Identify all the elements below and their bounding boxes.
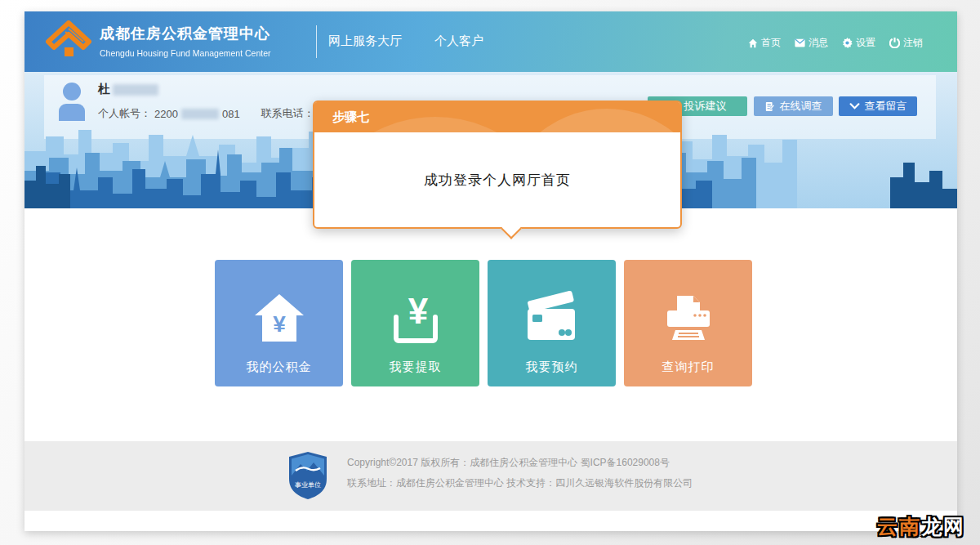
institution-badge-icon: 事业单位 <box>287 451 328 500</box>
badge-label: 事业单位 <box>295 481 321 489</box>
card-query-print-label: 查询打印 <box>662 360 715 375</box>
footer-bottom-strip <box>24 511 957 531</box>
footer-copyright: Copyright©2017 版权所有：成都住房公积金管理中心 蜀ICP备160… <box>347 453 693 473</box>
main-content: ¥ 我的公积金 ¥ 我要提取 <box>24 208 957 441</box>
utility-messages-label: 消息 <box>808 36 828 50</box>
online-survey-button[interactable]: 在线调查 <box>754 96 833 116</box>
step-tooltip-header: 步骤七 <box>314 102 680 132</box>
account-suffix: 081 <box>222 108 240 120</box>
user-name-visible: 杜 <box>98 82 110 97</box>
site-subtitle: Chengdu Housing Fund Management Center <box>100 48 271 58</box>
utility-home[interactable]: 首页 <box>748 36 781 50</box>
view-messages-label: 查看留言 <box>865 99 907 114</box>
watermark-part2: 龙网 <box>921 515 965 538</box>
printer-icon <box>659 289 718 348</box>
top-header: 成都住房公积金管理中心 Chengdu Housing Fund Managem… <box>24 11 957 72</box>
svg-text:¥: ¥ <box>408 291 428 331</box>
utility-logout-label: 注销 <box>903 36 923 50</box>
card-appointment-label: 我要预约 <box>526 360 578 375</box>
home-icon <box>748 38 758 48</box>
house-yen-icon: ¥ <box>250 289 309 348</box>
redacted-account <box>181 109 219 119</box>
chevron-down-icon <box>849 103 860 109</box>
site-title: 成都住房公积金管理中心 <box>100 24 271 43</box>
card-my-fund[interactable]: ¥ 我的公积金 <box>215 260 343 386</box>
utility-logout[interactable]: 注销 <box>889 36 923 50</box>
page-footer: 事业单位 Copyright©2017 版权所有：成都住房公积金管理中心 蜀IC… <box>24 441 957 511</box>
card-my-fund-label: 我的公积金 <box>247 360 312 375</box>
complaint-suggestion-label: 投诉建议 <box>684 99 727 114</box>
step-message: 成功登录个人网厅首页 <box>424 171 571 190</box>
footer-text: Copyright©2017 版权所有：成都住房公积金管理中心 蜀ICP备160… <box>347 453 693 494</box>
svg-text:¥: ¥ <box>273 311 286 337</box>
utility-messages[interactable]: 消息 <box>795 36 828 50</box>
utility-home-label: 首页 <box>761 36 781 50</box>
logout-icon <box>889 38 900 48</box>
utility-nav: 首页 消息 设置 注销 <box>748 36 923 50</box>
bank-cards-icon <box>519 289 585 348</box>
account-prefix: 2200 <box>154 108 178 120</box>
step-number: 步骤七 <box>332 109 369 125</box>
housing-fund-logo-icon <box>46 20 91 63</box>
phone-label: 联系电话： <box>261 106 314 121</box>
watermark-part1: 云南 <box>877 515 921 538</box>
header-nav: 网上服务大厅 个人客户 <box>328 34 483 49</box>
step-tooltip-body: 成功登录个人网厅首页 <box>314 132 680 227</box>
utility-settings-label: 设置 <box>856 36 875 50</box>
card-withdraw[interactable]: ¥ 我要提取 <box>351 260 479 386</box>
redacted-name <box>113 84 158 96</box>
withdraw-yen-icon: ¥ <box>386 289 445 348</box>
card-withdraw-label: 我要提取 <box>390 360 442 375</box>
nav-online-service-hall[interactable]: 网上服务大厅 <box>328 34 402 49</box>
header-divider <box>316 25 317 58</box>
nav-personal-customer[interactable]: 个人客户 <box>434 34 483 49</box>
user-avatar <box>56 82 88 121</box>
account-label: 个人帐号： <box>98 106 151 121</box>
utility-settings[interactable]: 设置 <box>842 36 875 50</box>
footer-contact: 联系地址：成都住房公积金管理中心 技术支持：四川久远银海软件股份有限公司 <box>347 473 693 494</box>
service-cards-row: ¥ 我的公积金 ¥ 我要提取 <box>24 260 957 386</box>
survey-doc-icon <box>765 101 775 112</box>
page-window: 成都住房公积金管理中心 Chengdu Housing Fund Managem… <box>24 11 957 531</box>
brand-block: 成都住房公积金管理中心 Chengdu Housing Fund Managem… <box>100 24 271 58</box>
card-query-print[interactable]: 查询打印 <box>624 260 752 386</box>
card-appointment[interactable]: 我要预约 <box>488 260 616 386</box>
gear-icon <box>842 38 853 48</box>
site-watermark: 云南龙网 <box>877 513 965 540</box>
user-name: 杜 <box>98 82 158 97</box>
view-messages-button[interactable]: 查看留言 <box>839 96 917 116</box>
step-tooltip: 步骤七 成功登录个人网厅首页 <box>313 101 682 229</box>
online-survey-label: 在线调查 <box>780 99 822 114</box>
mail-icon <box>795 38 805 47</box>
